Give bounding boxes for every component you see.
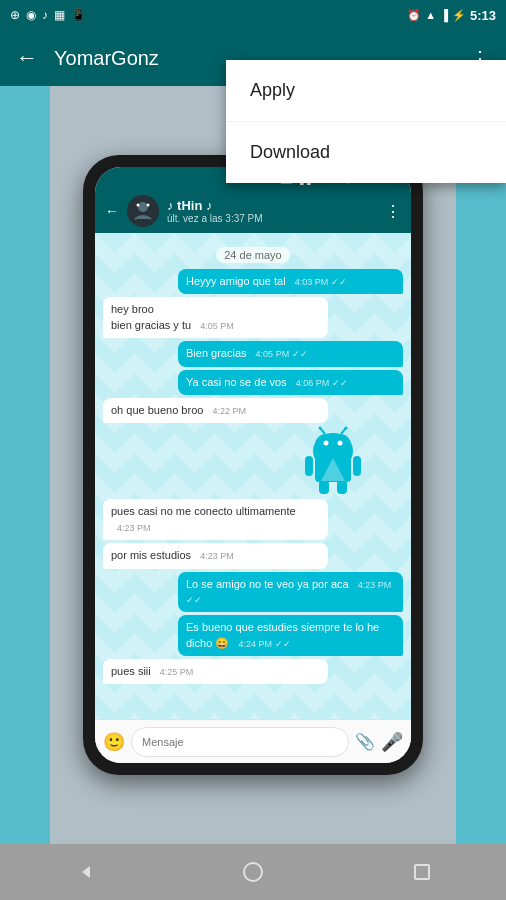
- svg-point-2: [137, 204, 140, 207]
- message-3: Bien gracias 4:05 PM ✓✓: [103, 341, 403, 366]
- message-5: oh que bueno broo 4:22 PM: [103, 398, 403, 423]
- dropdown-menu: Apply Download: [226, 60, 506, 183]
- msg-check-8: ✓✓: [186, 595, 202, 605]
- clock-icon: ◉: [26, 8, 36, 22]
- phone-back-button[interactable]: ←: [105, 203, 119, 219]
- msg-bubble-recv-2: hey broobien gracias y tu 4:05 PM: [103, 297, 328, 338]
- alarm-icon: ⏰: [407, 9, 421, 22]
- svg-point-6: [324, 441, 329, 446]
- msg-check-1: ✓✓: [331, 277, 347, 287]
- phone-screen: 📶 ▐▐ 100% ⚡ 03:39 PM ←: [95, 167, 411, 763]
- status-bar: ⊕ ◉ ♪ ▦ 📱 ⏰ ▲ ▐ ⚡ 5:13: [0, 0, 506, 30]
- msg-bubble-recv-7: por mis estudios 4:23 PM: [103, 543, 328, 568]
- message-8: Lo se amigo no te veo ya por aca 4:23 PM…: [103, 572, 403, 613]
- msg-time-5: 4:22 PM: [212, 406, 246, 416]
- svg-point-9: [319, 427, 322, 430]
- msg-text-4: Ya casi no se de vos: [186, 376, 287, 388]
- battery-icon: ⚡: [452, 9, 466, 22]
- message-6: pues casi no me conecto ultimamente 4:23…: [103, 499, 403, 540]
- apply-menu-item[interactable]: Apply: [226, 60, 506, 122]
- msg-bubble-sent-8: Lo se amigo no te veo ya por aca 4:23 PM…: [178, 572, 403, 613]
- msg-bubble-recv-5: oh que bueno broo 4:22 PM: [103, 398, 328, 423]
- chat-area[interactable]: 24 de mayo Heyyy amigo que tal 4:03 PM ✓…: [95, 233, 411, 719]
- msg-check-9: ✓✓: [275, 639, 291, 649]
- phone-input-bar: 🙂 📎 🎤: [95, 719, 411, 763]
- msg-time-3: 4:05 PM: [256, 349, 290, 359]
- msg-check-3: ✓✓: [292, 349, 308, 359]
- back-nav-button[interactable]: [64, 852, 104, 892]
- msg-text-5: oh que bueno broo: [111, 404, 203, 416]
- svg-rect-15: [319, 480, 329, 494]
- message-2: hey broobien gracias y tu 4:05 PM: [103, 297, 403, 338]
- message-9: Es bueno que estudies siempre te lo he d…: [103, 615, 403, 656]
- message-7: por mis estudios 4:23 PM: [103, 543, 403, 568]
- emoji-button[interactable]: 🙂: [103, 731, 125, 753]
- back-button[interactable]: ←: [16, 45, 38, 71]
- msg-time-10: 4:25 PM: [160, 667, 194, 677]
- status-info-right: ⏰ ▲ ▐ ⚡ 5:13: [407, 8, 496, 23]
- msg-time-2: 4:05 PM: [200, 321, 234, 331]
- attach-button[interactable]: 📎: [355, 732, 375, 751]
- contact-avatar: [127, 195, 159, 227]
- svg-rect-20: [415, 865, 429, 879]
- msg-time-1: 4:03 PM: [295, 277, 329, 287]
- download-menu-item[interactable]: Download: [226, 122, 506, 183]
- svg-rect-5: [315, 434, 351, 456]
- screen-icon: ▦: [54, 8, 65, 22]
- contact-status: últ. vez a las 3:37 PM: [167, 213, 377, 224]
- main-content: 📶 ▐▐ 100% ⚡ 03:39 PM ←: [0, 86, 506, 844]
- time-display: 5:13: [470, 8, 496, 23]
- phone-mockup: 📶 ▐▐ 100% ⚡ 03:39 PM ←: [83, 155, 423, 775]
- contact-info: ♪ tHin ♪ últ. vez a las 3:37 PM: [167, 198, 377, 224]
- msg-bubble-recv-6: pues casi no me conecto ultimamente 4:23…: [103, 499, 328, 540]
- msg-time-6: 4:23 PM: [117, 523, 151, 533]
- msg-text-1: Heyyy amigo que tal: [186, 275, 286, 287]
- msg-bubble-recv-10: pues siii 4:25 PM: [103, 659, 328, 684]
- home-nav-button[interactable]: [233, 852, 273, 892]
- chat-date: 24 de mayo: [216, 247, 289, 263]
- msg-text-6: pues casi no me conecto ultimamente: [111, 505, 296, 517]
- msg-text-3: Bien gracias: [186, 347, 247, 359]
- msg-text-8: Lo se amigo no te veo ya por aca: [186, 578, 349, 590]
- svg-point-3: [147, 204, 150, 207]
- contact-name: ♪ tHin ♪: [167, 198, 377, 213]
- wifi-icon: ▲: [425, 9, 436, 21]
- bg-accent-right: [456, 86, 506, 844]
- phone-icon: 📱: [71, 8, 86, 22]
- bg-accent-left: [0, 86, 50, 844]
- svg-marker-18: [82, 866, 90, 878]
- android-mascot: [303, 426, 363, 496]
- svg-rect-14: [353, 456, 361, 476]
- svg-point-19: [244, 863, 262, 881]
- msg-bubble-sent-4: Ya casi no se de vos 4:06 PM ✓✓: [178, 370, 403, 395]
- svg-point-11: [345, 427, 348, 430]
- message-4: Ya casi no se de vos 4:06 PM ✓✓: [103, 370, 403, 395]
- svg-rect-16: [337, 480, 347, 494]
- msg-time-8: 4:23 PM: [358, 580, 392, 590]
- msg-bubble-sent-3: Bien gracias 4:05 PM ✓✓: [178, 341, 403, 366]
- phone-app-bar: ← ♪ tHin ♪ últ. vez a las 3:37 PM ⋮: [95, 189, 411, 233]
- svg-point-7: [338, 441, 343, 446]
- msg-bubble-sent-1: Heyyy amigo que tal 4:03 PM ✓✓: [178, 269, 403, 294]
- msg-time-9: 4:24 PM: [238, 639, 272, 649]
- bottom-nav: [0, 844, 506, 900]
- msg-text-2: hey broobien gracias y tu: [111, 303, 191, 330]
- notification-icon: ⊕: [10, 8, 20, 22]
- spotify-icon: ♪: [42, 8, 48, 22]
- msg-time-4: 4:06 PM: [296, 378, 330, 388]
- msg-check-4: ✓✓: [332, 378, 348, 388]
- message-10: pues siii 4:25 PM: [103, 659, 403, 684]
- msg-time-7: 4:23 PM: [200, 551, 234, 561]
- msg-bubble-sent-9: Es bueno que estudies siempre te lo he d…: [178, 615, 403, 656]
- svg-point-1: [138, 202, 148, 212]
- signal-icon: ▐: [440, 9, 448, 21]
- status-icons-left: ⊕ ◉ ♪ ▦ 📱: [10, 8, 86, 22]
- mic-button[interactable]: 🎤: [381, 731, 403, 753]
- phone-more-icon[interactable]: ⋮: [385, 202, 401, 221]
- message-1: Heyyy amigo que tal 4:03 PM ✓✓: [103, 269, 403, 294]
- svg-rect-13: [305, 456, 313, 476]
- msg-text-7: por mis estudios: [111, 549, 191, 561]
- msg-text-10: pues siii: [111, 665, 151, 677]
- message-input[interactable]: [131, 727, 349, 757]
- recents-nav-button[interactable]: [402, 852, 442, 892]
